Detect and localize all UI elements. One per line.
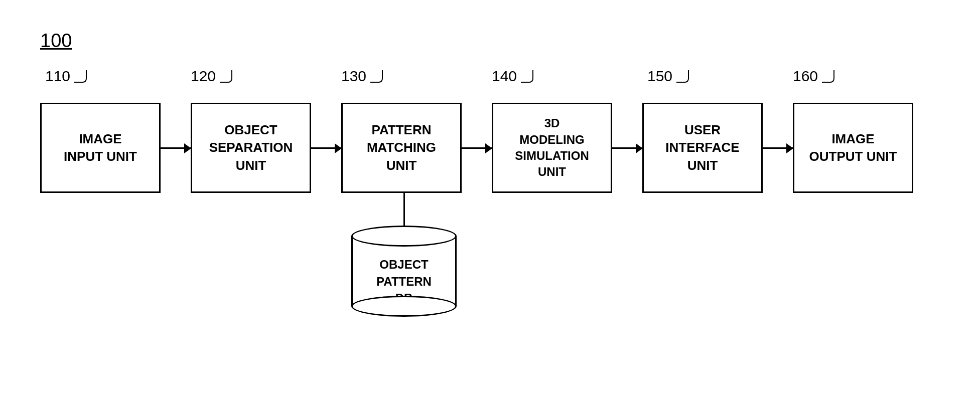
curve-150 (676, 70, 689, 83)
curve-130 (370, 70, 383, 83)
label-160: 160 (793, 68, 918, 85)
curve-140 (521, 70, 533, 83)
block-image-input-unit: IMAGEINPUT UNIT (40, 103, 161, 193)
curve-110 (74, 70, 87, 83)
label-120: 120 (191, 68, 341, 85)
number-labels-row: 110 120 130 140 150 160 (40, 68, 918, 85)
arrow-120-130 (311, 147, 341, 149)
arrow-130-140 (462, 147, 492, 149)
diagram-container: 100 110 120 130 140 150 160 (30, 30, 963, 406)
cylinder-bottom (351, 296, 457, 317)
block-pattern-matching-unit: PATTERNMATCHINGUNIT (341, 103, 462, 193)
label-140: 140 (492, 68, 647, 85)
block-3d-modeling-simulation-unit: 3DMODELINGSIMULATIONUNIT (492, 103, 612, 193)
cylinder-db: OBJECTPATTERNDB (351, 226, 457, 317)
arrow-110-120 (161, 147, 191, 149)
curve-120 (220, 70, 232, 83)
db-section: OBJECTPATTERNDB (351, 193, 457, 317)
system-label: 100 (40, 30, 72, 52)
vertical-connector (403, 193, 405, 226)
label-110: 110 (40, 68, 191, 85)
label-130: 130 (341, 68, 492, 85)
block-image-output-unit: IMAGEOUTPUT UNIT (793, 103, 913, 193)
arrow-150-160 (763, 147, 793, 149)
arrow-140-150 (612, 147, 642, 149)
main-flow: IMAGEINPUT UNIT OBJECTSEPARATIONUNIT PAT… (40, 103, 913, 193)
block-object-separation-unit: OBJECTSEPARATIONUNIT (191, 103, 311, 193)
block-user-interface-unit: USERINTERFACEUNIT (642, 103, 763, 193)
label-150: 150 (647, 68, 793, 85)
curve-160 (822, 70, 834, 83)
cylinder-top (351, 226, 457, 247)
